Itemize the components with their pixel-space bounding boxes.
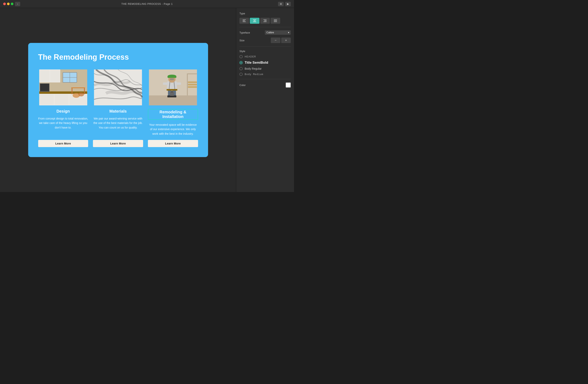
svg-rect-17 (72, 88, 72, 94)
typeface-chevron-icon: ▾ (288, 31, 289, 34)
title-bar-right: ⊕ ▶ (278, 2, 291, 6)
card-title-remodeling: Remodeling & Installation (148, 109, 198, 120)
style-body-regular[interactable]: Body Regular (239, 67, 291, 70)
style-header-radio[interactable] (239, 55, 243, 58)
canvas-area: The Remodeling Process (0, 8, 236, 192)
back-button[interactable]: ‹ (15, 2, 20, 6)
style-title-semibold[interactable]: Title SemiBold (239, 61, 291, 65)
size-label: Size (239, 39, 244, 42)
align-right-icon (263, 19, 267, 22)
color-label: Color (239, 84, 246, 87)
typeface-select[interactable]: Calibre ▾ (265, 30, 291, 35)
style-body-medium-radio[interactable] (239, 73, 243, 76)
svg-rect-26 (188, 74, 197, 74)
learn-more-design-button[interactable]: Learn More (38, 140, 88, 147)
align-left-icon (243, 19, 246, 22)
page-card: The Remodeling Process (28, 43, 208, 157)
svg-rect-16 (71, 87, 85, 88)
svg-rect-28 (188, 84, 197, 85)
align-right-button[interactable] (260, 18, 270, 24)
size-controls: − + (271, 38, 291, 43)
style-header-label: HEADER (245, 55, 256, 58)
svg-rect-3 (40, 70, 50, 82)
align-center-icon (253, 19, 256, 22)
play-button[interactable]: ▶ (285, 2, 291, 6)
svg-rect-42 (170, 78, 174, 80)
title-bar-left: ‹ (3, 2, 20, 6)
typeface-label: Typeface (239, 31, 250, 34)
svg-rect-4 (50, 70, 60, 82)
card-description-design: From concept design to total renovation,… (38, 116, 88, 136)
color-row: Color (239, 82, 291, 88)
size-decrease-button[interactable]: − (271, 38, 280, 43)
svg-rect-29 (188, 86, 197, 88)
style-title-radio[interactable] (239, 61, 243, 64)
marble-image (93, 69, 143, 105)
minimize-button[interactable] (7, 3, 10, 5)
svg-rect-12 (54, 94, 69, 105)
card-image-remodeling (148, 69, 198, 105)
size-increase-button[interactable]: + (281, 38, 291, 43)
kitchen-image (38, 69, 88, 105)
traffic-lights (3, 3, 13, 5)
svg-rect-15 (40, 84, 49, 91)
card-image-materials (93, 69, 143, 105)
svg-rect-45 (171, 91, 173, 93)
align-justify-icon (274, 19, 277, 22)
card-materials: Materials We pair our award-winning serv… (93, 69, 143, 147)
divider-1 (239, 27, 291, 27)
close-button[interactable] (3, 3, 6, 5)
maximize-button[interactable] (11, 3, 13, 5)
align-justify-button[interactable] (271, 18, 280, 24)
svg-rect-38 (176, 82, 181, 85)
right-panel: Type (236, 8, 294, 192)
typeface-value: Calibre (266, 31, 274, 34)
type-section-title: Type (239, 12, 291, 15)
color-swatch[interactable] (286, 82, 291, 88)
card-description-remodeling: Your renovated space will be evidence of… (148, 123, 198, 136)
alignment-row (239, 18, 291, 24)
svg-point-20 (78, 92, 84, 96)
align-left-button[interactable] (239, 18, 249, 24)
svg-rect-27 (188, 81, 197, 83)
style-title-label: Title SemiBold (245, 61, 268, 65)
card-title-design: Design (56, 109, 70, 114)
learn-more-materials-button[interactable]: Learn More (93, 140, 143, 147)
main-layout: The Remodeling Process (0, 8, 294, 192)
svg-rect-37 (163, 82, 167, 85)
title-bar: ‹ THE REMODELING PROCESS - Page 1 ⊕ ▶ (0, 0, 294, 8)
svg-rect-43 (167, 89, 177, 91)
card-title-materials: Materials (109, 109, 127, 114)
card-remodeling: Remodeling & Installation Your renovated… (148, 69, 198, 147)
card-description-materials: We pair our award-winning service with t… (93, 116, 143, 136)
style-body-medium-label: Body Medium (245, 73, 263, 76)
style-label: Style (239, 50, 291, 53)
style-body-regular-label: Body Regular (245, 67, 262, 70)
size-row: Size − + (239, 38, 291, 43)
svg-rect-41 (168, 76, 176, 78)
card-design: Design From concept design to total reno… (38, 69, 88, 147)
add-button[interactable]: ⊕ (278, 2, 284, 6)
cards-row: Design From concept design to total reno… (38, 69, 198, 147)
style-body-medium[interactable]: Body Medium (239, 73, 291, 76)
align-center-button[interactable] (250, 18, 259, 24)
svg-rect-18 (84, 88, 85, 94)
page-title: The Remodeling Process (38, 53, 198, 61)
card-image-design (38, 69, 88, 105)
style-header[interactable]: HEADER (239, 55, 291, 58)
style-body-regular-radio[interactable] (239, 67, 243, 70)
learn-more-remodeling-button[interactable]: Learn More (148, 140, 198, 147)
svg-rect-25 (187, 74, 188, 96)
divider-3 (239, 79, 291, 79)
typeface-row: Typeface Calibre ▾ (239, 30, 291, 35)
construction-image (148, 69, 198, 105)
window-title: THE REMODELING PROCESS - Page 1 (121, 2, 173, 5)
svg-rect-11 (40, 94, 54, 105)
